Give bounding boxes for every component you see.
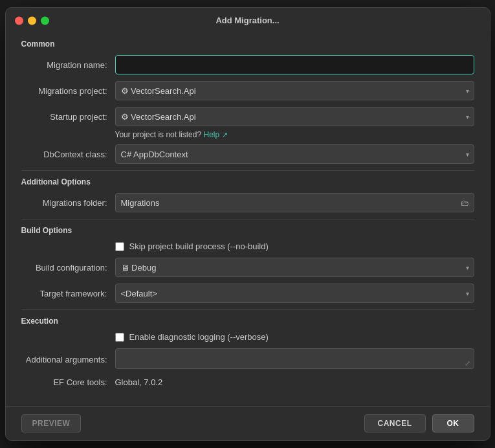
build-config-control: 🖥 Debug Release ▾	[115, 258, 474, 277]
preview-button[interactable]: PREVIEW	[21, 414, 82, 432]
ef-core-tools-label: EF Core tools:	[21, 377, 115, 387]
divider-2	[21, 219, 474, 219]
expand-icon: ⤢	[465, 359, 470, 368]
migrations-folder-input[interactable]	[115, 193, 474, 212]
migrations-folder-label: Migrations folder:	[21, 198, 115, 208]
dialog-title: Add Migration...	[215, 16, 279, 25]
dialog-footer: PREVIEW CANCEL OK	[6, 406, 490, 440]
migrations-project-select[interactable]: ⚙ VectorSearch.Api	[115, 81, 474, 100]
target-framework-select[interactable]: <Default>	[115, 284, 474, 303]
ok-button[interactable]: OK	[432, 414, 474, 432]
browse-folder-button[interactable]: 🗁	[461, 198, 469, 208]
build-config-row: Build configuration: 🖥 Debug Release ▾	[21, 258, 474, 277]
startup-project-control: ⚙ VectorSearch.Api ▾	[115, 107, 474, 126]
ef-core-tools-value: Global, 7.0.2	[115, 374, 163, 390]
build-config-label: Build configuration:	[21, 263, 115, 273]
traffic-lights	[15, 16, 49, 25]
hint-text: Your project is not listed?	[115, 130, 202, 139]
startup-project-row: Startup project: ⚙ VectorSearch.Api ▾	[21, 107, 474, 126]
additional-args-control: ⤢	[115, 348, 474, 371]
diagnostic-logging-label: Enable diagnostic logging (--verbose)	[129, 332, 269, 342]
migrations-folder-control: 🗁	[115, 193, 474, 212]
external-link-icon: ↗	[222, 131, 228, 139]
startup-project-label: Startup project:	[21, 112, 115, 122]
minimize-button[interactable]	[28, 16, 36, 25]
execution-label: Execution	[21, 317, 474, 326]
add-migration-dialog: Add Migration... Common Migration name: …	[5, 7, 490, 441]
migration-name-input[interactable]	[115, 55, 474, 74]
migrations-project-label: Migrations project:	[21, 86, 115, 96]
dbcontext-select[interactable]: C# AppDbContext	[115, 144, 474, 164]
skip-build-row: Skip project build process (--no-build)	[21, 241, 474, 251]
footer-right: CANCEL OK	[364, 414, 474, 432]
title-bar: Add Migration...	[6, 8, 490, 30]
cancel-button[interactable]: CANCEL	[364, 414, 426, 432]
divider-3	[21, 309, 474, 310]
dbcontext-control: C# AppDbContext ▾	[115, 144, 474, 164]
additional-options-label: Additional Options	[21, 177, 474, 186]
common-section-label: Common	[21, 39, 474, 49]
migrations-project-control: ⚙ VectorSearch.Api ▾	[115, 81, 474, 100]
ef-core-tools-row: EF Core tools: Global, 7.0.2	[21, 377, 474, 387]
target-framework-control: <Default> ▾	[115, 284, 474, 303]
maximize-button[interactable]	[41, 16, 49, 25]
target-framework-label: Target framework:	[21, 289, 115, 298]
project-hint: Your project is not listed? Help ↗	[115, 130, 474, 139]
divider-1	[21, 170, 474, 171]
skip-build-label: Skip project build process (--no-build)	[129, 241, 269, 251]
migrations-project-row: Migrations project: ⚙ VectorSearch.Api ▾	[21, 81, 474, 100]
migration-name-row: Migration name:	[21, 55, 474, 74]
diagnostic-logging-checkbox[interactable]	[115, 333, 124, 342]
migration-name-label: Migration name:	[21, 60, 115, 70]
additional-args-row: Additional arguments: ⤢	[21, 348, 474, 371]
close-button[interactable]	[15, 16, 23, 25]
additional-args-label: Additional arguments:	[21, 355, 115, 364]
help-link[interactable]: Help ↗	[203, 130, 227, 139]
migrations-folder-row: Migrations folder: 🗁	[21, 193, 474, 212]
target-framework-row: Target framework: <Default> ▾	[21, 284, 474, 303]
dialog-content: Common Migration name: Migrations projec…	[6, 30, 490, 406]
dbcontext-row: DbContext class: C# AppDbContext ▾	[21, 144, 474, 164]
build-options-label: Build Options	[21, 226, 474, 235]
startup-project-select[interactable]: ⚙ VectorSearch.Api	[115, 107, 474, 126]
build-config-select[interactable]: 🖥 Debug Release	[115, 258, 474, 277]
diagnostic-logging-row: Enable diagnostic logging (--verbose)	[21, 332, 474, 342]
skip-build-checkbox[interactable]	[115, 242, 124, 251]
additional-args-textarea[interactable]	[115, 348, 474, 369]
ef-core-tools-control: Global, 7.0.2	[115, 377, 474, 387]
dbcontext-label: DbContext class:	[21, 150, 115, 159]
migration-name-control	[115, 55, 474, 74]
